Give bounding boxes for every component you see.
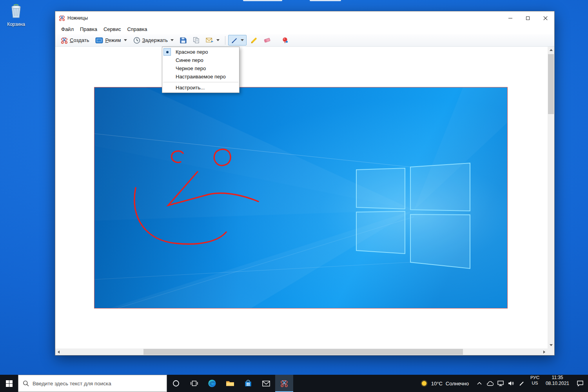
system-tray	[474, 375, 527, 392]
volume-button[interactable]	[506, 375, 517, 392]
chevron-down-icon	[241, 39, 244, 41]
save-icon	[180, 37, 187, 44]
chevron-down-icon	[216, 39, 220, 41]
menu-item-black-pen[interactable]: Черное перо	[162, 64, 239, 73]
email-button[interactable]	[203, 35, 222, 45]
taskbar-search[interactable]	[18, 375, 167, 392]
menu-item-custom-pen[interactable]: Настраиваемое перо	[162, 73, 239, 81]
pen-icon	[231, 37, 238, 44]
snip-canvas-area[interactable]	[55, 47, 548, 348]
file-explorer-button[interactable]	[221, 375, 239, 392]
scroll-right-button[interactable]	[541, 348, 548, 355]
copy-icon	[193, 37, 200, 44]
menu-item-label: Настраиваемое перо	[176, 74, 226, 80]
windows-wallpaper	[94, 87, 507, 308]
maximize-icon	[526, 16, 530, 20]
menu-edit[interactable]: Правка	[77, 25, 100, 34]
task-view-icon	[191, 380, 198, 387]
mode-label: Режим	[105, 37, 121, 43]
minimize-button[interactable]	[501, 11, 519, 25]
background-window-sliver	[310, 0, 341, 1]
weather-widget[interactable]: 10°C Солнечно	[415, 375, 474, 392]
tray-expand-button[interactable]	[474, 375, 485, 392]
paint3d-button[interactable]	[279, 35, 291, 45]
save-button[interactable]	[177, 35, 189, 45]
arrow-down-icon	[550, 344, 553, 346]
action-center-button[interactable]	[572, 375, 588, 392]
horizontal-scrollbar[interactable]	[55, 348, 548, 355]
pen-input-icon	[519, 381, 524, 386]
recycle-bin-label: Корзина	[4, 22, 28, 27]
menu-help[interactable]: Справка	[124, 25, 150, 34]
cortana-button[interactable]	[167, 375, 185, 392]
eraser-button[interactable]	[261, 35, 274, 45]
menu-item-label: Черное перо	[176, 65, 206, 71]
recycle-bin[interactable]: Корзина	[4, 3, 28, 27]
window-title: Ножницы	[67, 15, 501, 21]
menu-item-label: Красное перо	[176, 49, 208, 55]
new-snip-button[interactable]: Создать	[58, 35, 92, 45]
weather-desc: Солнечно	[446, 381, 469, 387]
start-button[interactable]	[0, 375, 18, 392]
language-secondary: US	[530, 380, 539, 386]
arrow-up-icon	[550, 49, 553, 51]
menu-file[interactable]: Файл	[58, 25, 77, 34]
scroll-left-button[interactable]	[55, 348, 62, 355]
menu-tools[interactable]: Сервис	[100, 25, 124, 34]
paint3d-balloon-icon	[282, 37, 288, 44]
selected-radio-icon	[163, 48, 171, 56]
menu-item-blue-pen[interactable]: Синее перо	[162, 56, 239, 64]
close-button[interactable]	[537, 11, 554, 25]
captured-snip-image[interactable]	[94, 87, 507, 308]
network-button[interactable]	[495, 375, 506, 392]
vertical-scroll-thumb[interactable]	[548, 54, 554, 114]
copy-button[interactable]	[190, 35, 202, 45]
close-icon	[543, 16, 548, 20]
toolbar-separator	[225, 36, 225, 45]
mail-button[interactable]	[257, 375, 275, 392]
recycle-bin-icon	[9, 3, 24, 20]
language-indicator[interactable]: РУС US	[527, 375, 543, 392]
highlighter-button[interactable]	[247, 35, 260, 45]
clock-time: 11:35	[546, 375, 569, 381]
mode-button[interactable]: Режим	[93, 35, 129, 45]
chevron-down-icon	[124, 39, 127, 41]
menubar: Файл Правка Сервис Справка	[55, 25, 554, 34]
store-button[interactable]	[239, 375, 257, 392]
search-input[interactable]	[33, 381, 162, 387]
delay-label: Задержать	[142, 37, 168, 43]
scroll-up-button[interactable]	[548, 47, 554, 53]
horizontal-scroll-thumb[interactable]	[143, 349, 463, 355]
snipping-tool-taskbar-button[interactable]	[275, 375, 293, 392]
minimize-icon	[508, 18, 512, 18]
weather-temp: 10°C	[431, 381, 443, 387]
arrow-left-icon	[58, 350, 60, 354]
menu-item-red-pen[interactable]: Красное перо	[162, 48, 239, 56]
clock-date: 08.10.2021	[546, 381, 569, 387]
network-icon	[497, 381, 504, 386]
maximize-button[interactable]	[519, 11, 537, 25]
pen-settings-button[interactable]	[517, 375, 527, 392]
scroll-down-button[interactable]	[548, 342, 554, 348]
onedrive-button[interactable]	[485, 375, 495, 392]
pen-dropdown-menu: Красное перо Синее перо Черное перо Наст…	[162, 47, 240, 93]
taskbar-clock[interactable]: 11:35 08.10.2021	[543, 375, 572, 392]
mail-icon	[262, 381, 270, 387]
start-icon	[6, 380, 13, 387]
onedrive-cloud-icon	[486, 381, 494, 386]
file-explorer-icon	[226, 380, 234, 387]
desktop: Корзина Ножницы	[0, 0, 588, 392]
eraser-icon	[263, 37, 271, 43]
action-center-icon	[577, 380, 584, 387]
vertical-scrollbar[interactable]	[548, 47, 554, 348]
pen-button[interactable]	[228, 35, 247, 45]
sun-icon	[420, 379, 428, 387]
menu-separator	[163, 82, 238, 82]
titlebar[interactable]: Ножницы	[55, 11, 554, 25]
edge-button[interactable]	[203, 375, 221, 392]
delay-button[interactable]: Задержать	[131, 35, 177, 45]
taskbar: 10°C Солнечно	[0, 375, 588, 392]
task-view-button[interactable]	[185, 375, 203, 392]
scrollbar-corner	[548, 348, 554, 355]
menu-item-customize[interactable]: Настроить...	[162, 83, 239, 92]
